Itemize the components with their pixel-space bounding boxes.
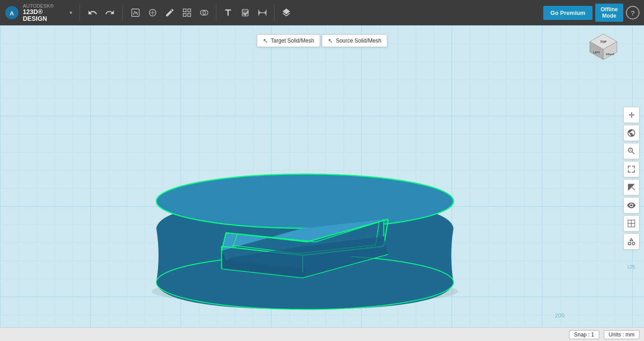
right-buttons: Go Premium OfflineMode ? [543, 4, 644, 22]
fit-view-button[interactable] [623, 161, 639, 177]
svg-rect-4 [183, 9, 186, 12]
product-label: 123D® DESIGN [23, 9, 65, 23]
orbit-icon [627, 128, 636, 137]
material-icon [627, 219, 636, 228]
modify-tool-button[interactable] [162, 5, 178, 21]
perspective-icon [627, 183, 636, 192]
text-tool-button[interactable] [220, 5, 236, 21]
tooltip-bar: ↖ Target Solid/Mesh ↖ Source Solid/Mesh [257, 34, 387, 47]
nav-cube[interactable]: TOP FRonT LEFT [585, 32, 621, 68]
svg-rect-7 [188, 14, 191, 16]
app-menu-dropdown[interactable]: ▾ [70, 9, 72, 16]
dimension-tool-button[interactable] [254, 5, 271, 21]
svg-rect-6 [183, 14, 186, 16]
measure-icon [240, 8, 250, 18]
source-tooltip[interactable]: ↖ Source Solid/Mesh [322, 34, 387, 47]
status-bar: Snap : 1 Units : mm [0, 327, 644, 341]
sep-1 [79, 5, 80, 21]
orbit-button[interactable] [623, 125, 639, 141]
layers-tool-button[interactable] [278, 5, 294, 21]
dimension-icon [257, 8, 267, 18]
cursor-icon-2: ↖ [328, 37, 333, 44]
svg-text:FRonT: FRonT [606, 53, 615, 56]
source-label: Source Solid/Mesh [336, 38, 382, 44]
primitives-tool-button[interactable] [145, 5, 161, 21]
primitives-icon [148, 8, 158, 18]
units-indicator[interactable]: Units : mm [604, 330, 639, 339]
material-button[interactable] [623, 215, 639, 232]
pan-button[interactable]: ✛ [623, 107, 639, 123]
sketch-tool-button[interactable] [127, 5, 144, 21]
cursor-icon-1: ↖ [263, 37, 268, 44]
pattern-tool-button[interactable] [179, 5, 195, 21]
pattern-icon [182, 8, 192, 18]
sep-2 [122, 5, 123, 21]
undo-button[interactable] [84, 5, 101, 21]
right-panel: ✛ [623, 107, 639, 250]
svg-text:LEFT: LEFT [593, 51, 600, 54]
fit-icon [627, 165, 636, 174]
nav-cube-svg: TOP FRonT LEFT [585, 32, 621, 68]
offline-mode-label: OfflineMode [601, 6, 618, 19]
sketch-icon [131, 8, 140, 18]
redo-button[interactable] [102, 5, 118, 21]
svg-text:125: 125 [627, 264, 635, 270]
target-label: Target Solid/Mesh [271, 38, 314, 44]
help-button[interactable]: ? [626, 6, 639, 19]
offline-mode-button[interactable]: OfflineMode [595, 4, 623, 22]
header-toolbar: A AUTODESK® 123D® DESIGN ▾ [0, 0, 644, 25]
target-tooltip[interactable]: ↖ Target Solid/Mesh [257, 34, 320, 47]
3d-scene: 200 125 [0, 25, 644, 341]
go-premium-button[interactable]: Go Premium [543, 6, 593, 20]
logo-area: A AUTODESK® 123D® DESIGN ▾ [0, 3, 77, 23]
svg-text:TOP: TOP [600, 40, 607, 43]
scene-settings-button[interactable] [623, 233, 639, 250]
modify-icon [165, 8, 175, 18]
sep-3 [216, 5, 216, 21]
sep-4 [274, 5, 275, 21]
snap-indicator[interactable]: Snap : 1 [569, 330, 599, 339]
autodesk-logo-icon: A [5, 5, 19, 21]
zoom-button[interactable] [623, 143, 639, 159]
combine-icon [199, 8, 209, 18]
brand-label: AUTODESK® [23, 3, 65, 9]
svg-text:A: A [10, 10, 14, 17]
canvas-area[interactable]: 200 125 ↖ Target Solid/Mesh ↖ Source Sol… [0, 25, 644, 341]
scene-icon [627, 237, 636, 246]
undo-icon [88, 8, 98, 18]
layers-icon [281, 8, 291, 18]
combine-tool-button[interactable] [196, 5, 212, 21]
logo-text: AUTODESK® 123D® DESIGN [23, 3, 65, 23]
pan-icon: ✛ [629, 111, 635, 119]
main-tools-group [126, 5, 296, 21]
svg-rect-5 [188, 9, 191, 12]
perspective-button[interactable] [623, 179, 639, 195]
zoom-icon [627, 147, 636, 156]
svg-text:200: 200 [555, 312, 565, 319]
text-icon [223, 8, 233, 18]
hide-show-button[interactable] [623, 197, 639, 213]
redo-icon [105, 8, 115, 18]
eye-icon [627, 201, 636, 210]
undo-redo-group [83, 5, 120, 21]
measure-tool-button[interactable] [237, 5, 253, 21]
